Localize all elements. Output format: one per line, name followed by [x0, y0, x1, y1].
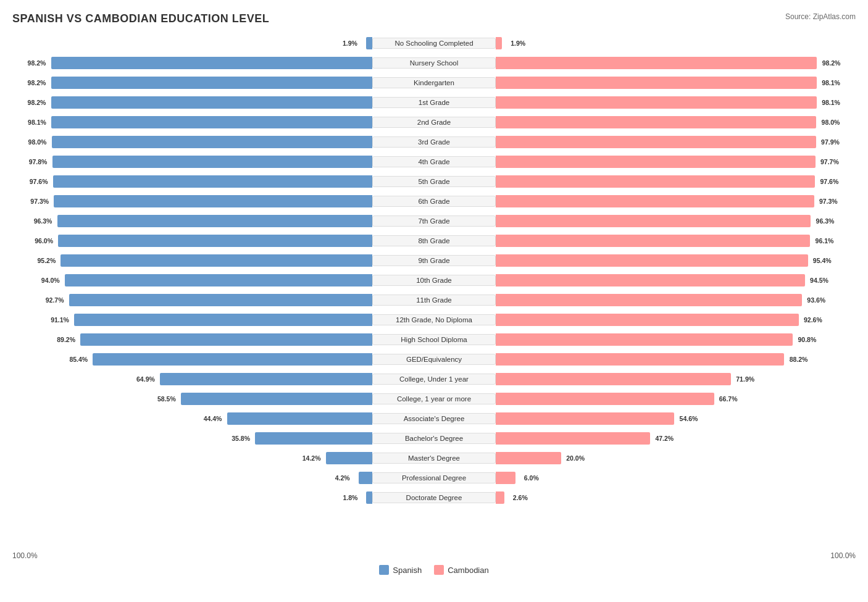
bar-right-wrapper: 98.2%: [496, 54, 856, 72]
bar-label: 11th Grade: [372, 295, 496, 306]
bar-value-right: 47.2%: [655, 435, 674, 442]
bar-right-wrapper: 92.6%: [496, 311, 856, 328]
bar-value-right: 1.9%: [511, 40, 525, 47]
bar-blue: 98.2%: [51, 77, 372, 89]
bar-pink: 90.8%: [496, 333, 793, 346]
legend-box-spanish: [379, 565, 389, 575]
bar-row: 97.3%6th Grade97.3%: [12, 193, 856, 210]
bar-blue: 97.8%: [52, 156, 372, 168]
bar-value-right: 98.1%: [822, 99, 840, 106]
bar-value-left: 98.2%: [28, 59, 46, 67]
bar-right-wrapper: 54.6%: [496, 410, 856, 427]
bar-right-wrapper: 90.8%: [496, 331, 856, 348]
bar-value-right: 98.1%: [822, 79, 840, 86]
bar-right-wrapper: 97.9%: [496, 133, 856, 151]
bar-row: 91.1%12th Grade, No Diploma92.6%: [12, 311, 856, 328]
bar-value-right: 95.4%: [813, 257, 832, 264]
bar-blue: 98.0%: [52, 136, 372, 148]
bar-row: 98.2%1st Grade98.1%: [12, 94, 856, 111]
bar-value-right: 97.9%: [821, 138, 840, 146]
bar-left-wrapper: 97.3%: [12, 193, 372, 210]
bar-blue: 44.4%: [227, 412, 372, 425]
bar-label: Nursery School: [372, 57, 496, 69]
bar-row: 98.2%Kindergarten98.1%: [12, 74, 856, 91]
bottom-labels: 100.0% 100.0%: [12, 551, 856, 560]
bar-row: 4.2%Professional Degree6.0%: [12, 469, 856, 487]
bar-row: 85.4%GED/Equivalency88.2%: [12, 351, 856, 368]
bar-row: 64.9%College, Under 1 year71.9%: [12, 370, 856, 388]
bar-value-left: 89.2%: [57, 336, 75, 343]
legend-box-cambodian: [434, 565, 444, 575]
bar-value-left: 97.8%: [29, 158, 48, 165]
bar-value-right: 2.6%: [513, 494, 528, 501]
bar-blue: 14.2%: [326, 452, 372, 464]
bar-blue: 95.2%: [61, 254, 372, 267]
bar-row: 98.0%3rd Grade97.9%: [12, 133, 856, 151]
bar-row: 97.6%5th Grade97.6%: [12, 173, 856, 190]
bar-left-wrapper: 35.8%: [12, 430, 372, 447]
bar-pink: 97.9%: [496, 136, 816, 148]
bar-value-left: 97.3%: [30, 198, 49, 205]
bar-blue: 91.1%: [74, 314, 372, 326]
legend-item-cambodian: Cambodian: [434, 565, 489, 575]
legend: Spanish Cambodian: [12, 565, 856, 575]
bar-blue: 94.0%: [65, 274, 372, 286]
bar-value-right: 96.1%: [816, 237, 834, 245]
bar-row: 96.0%8th Grade96.1%: [12, 232, 856, 249]
bar-value-right: 97.7%: [820, 158, 839, 165]
bar-row: 95.2%9th Grade95.4%: [12, 252, 856, 269]
bar-label: Bachelor's Degree: [372, 433, 496, 444]
bar-pink: 92.6%: [496, 314, 799, 326]
bar-pink: 95.4%: [496, 254, 808, 267]
bar-row: 96.3%7th Grade96.3%: [12, 212, 856, 230]
bar-blue: 98.2%: [51, 96, 372, 109]
bar-label: 1st Grade: [372, 97, 496, 108]
bar-value-left: 85.4%: [69, 356, 88, 363]
bar-value-right: 66.7%: [719, 395, 738, 403]
bar-blue: 96.3%: [57, 215, 372, 227]
bar-right-wrapper: 6.0%: [496, 469, 856, 487]
chart-title: SPANISH VS CAMBODIAN EDUCATION LEVEL: [12, 12, 856, 25]
bar-label: No Schooling Completed: [372, 38, 496, 49]
bar-value-left: 1.9%: [343, 40, 357, 47]
bar-row: 94.0%10th Grade94.5%: [12, 272, 856, 289]
bar-label: 6th Grade: [372, 196, 496, 207]
bar-pink: 6.0%: [496, 472, 515, 484]
bar-value-left: 35.8%: [232, 435, 250, 442]
bar-pink: 98.0%: [496, 116, 816, 128]
bar-label: 5th Grade: [372, 176, 496, 187]
bar-value-right: 6.0%: [524, 474, 539, 482]
bar-blue: 58.5%: [181, 393, 372, 405]
bar-value-right: 20.0%: [566, 454, 585, 462]
bar-left-wrapper: 98.2%: [12, 94, 372, 111]
bar-blue: 64.9%: [160, 373, 372, 385]
bar-blue: 98.2%: [51, 57, 372, 69]
bar-left-wrapper: 97.6%: [12, 173, 372, 190]
bar-right-wrapper: 97.3%: [496, 193, 856, 210]
bar-pink: 97.3%: [496, 195, 814, 207]
bar-label: 8th Grade: [372, 235, 496, 246]
bar-value-right: 97.3%: [819, 198, 838, 205]
bar-pink: 54.6%: [496, 412, 674, 425]
bar-value-left: 94.0%: [41, 277, 60, 284]
bar-row: 89.2%High School Diploma90.8%: [12, 331, 856, 348]
bar-pink: 96.1%: [496, 235, 810, 247]
legend-label-cambodian: Cambodian: [448, 566, 489, 575]
bar-pink: 94.5%: [496, 274, 805, 286]
bar-value-left: 91.1%: [51, 316, 69, 324]
bar-value-left: 98.2%: [28, 99, 46, 106]
bar-pink: 66.7%: [496, 393, 714, 405]
bar-left-wrapper: 98.2%: [12, 74, 372, 91]
bar-left-wrapper: 64.9%: [12, 370, 372, 388]
bar-left-wrapper: 1.8%: [12, 489, 372, 506]
bar-pink: 97.6%: [496, 175, 815, 188]
bar-pink: 88.2%: [496, 353, 784, 366]
bar-row: 14.2%Master's Degree20.0%: [12, 449, 856, 467]
bar-label: 7th Grade: [372, 215, 496, 227]
bar-value-right: 88.2%: [790, 356, 808, 363]
bar-right-wrapper: 98.1%: [496, 74, 856, 91]
bar-value-right: 96.3%: [816, 217, 835, 225]
bar-left-wrapper: 96.3%: [12, 212, 372, 230]
bar-value-right: 98.0%: [822, 119, 840, 126]
bar-right-wrapper: 66.7%: [496, 390, 856, 408]
